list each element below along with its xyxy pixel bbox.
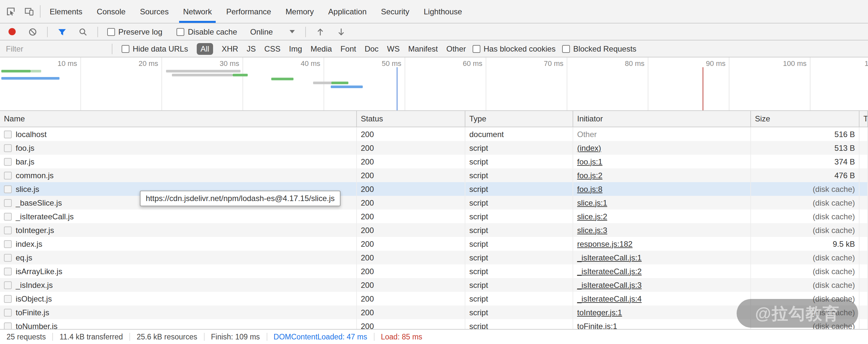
resource-type-filter[interactable]: XHR [222,43,238,55]
blocked-requests-checkbox[interactable]: Blocked Requests [562,44,636,53]
time-cell [860,306,868,319]
preserve-log-checkbox[interactable]: Preserve log [107,27,162,36]
resource-icon [4,226,12,234]
export-har-button[interactable] [332,27,351,36]
initiator-link[interactable]: foo.js:2 [577,171,602,180]
event-line [397,67,397,110]
resource-type-filter[interactable]: JS [247,43,256,55]
request-name: toFinite.js [16,308,49,317]
has-blocked-cookies-checkbox[interactable]: Has blocked cookies [472,44,556,53]
request-row[interactable]: toInteger.js 200 script slice.js:3 (disk… [0,223,868,237]
name-cell: common.js [0,168,357,182]
request-row[interactable]: slice.js 200 script foo.js:8 (disk cache… [0,182,868,196]
request-row[interactable]: eq.js 200 script _isIterateeCall.js:1 (d… [0,251,868,264]
request-size: (disk cache) [813,212,855,221]
request-row[interactable]: isObject.js 200 script _isIterateeCall.j… [0,292,868,306]
filter-input[interactable] [5,43,109,54]
column-header[interactable]: Initiator [573,111,751,127]
initiator-link[interactable]: toFinite.js:1 [577,321,617,329]
devtools-tab[interactable]: Memory [278,0,321,23]
checkbox-box [177,28,185,36]
resource-type-filter[interactable]: Font [341,43,356,55]
resource-type-filter[interactable]: Img [289,43,302,55]
resource-type-filter[interactable]: Manifest [408,43,438,55]
hide-data-urls-checkbox[interactable]: Hide data URLs [122,44,188,53]
column-header[interactable]: Size [751,111,860,127]
status-cell: 200 [357,168,465,182]
search-button[interactable] [74,27,92,36]
inspect-element-icon[interactable] [1,0,20,23]
time-cell [860,319,868,329]
clear-icon [28,27,37,36]
clear-button[interactable] [24,27,42,36]
resource-type-filter[interactable]: CSS [265,43,280,55]
resource-icon [4,308,12,316]
initiator-link[interactable]: slice.js:3 [577,226,607,235]
initiator-link[interactable]: toInteger.js:1 [577,308,622,317]
resource-type-filter[interactable]: Doc [365,43,379,55]
request-row[interactable]: isArrayLike.js 200 script _isIterateeCal… [0,264,868,278]
request-row[interactable]: _isIterateeCall.js 200 script slice.js:2… [0,210,868,223]
devtools-tab[interactable]: Console [90,0,133,23]
time-cell [860,223,868,237]
name-cell: _isIndex.js [0,278,357,292]
initiator-link[interactable]: _isIterateeCall.js:4 [577,294,642,303]
devtools-tab[interactable]: Elements [42,0,90,23]
tab-label: Sources [140,7,168,16]
initiator-link[interactable]: Other [577,130,597,139]
status-item: 11.4 kB transferred [53,333,130,341]
column-header[interactable]: Name [0,111,357,127]
initiator-link[interactable]: response.js:182 [577,239,632,248]
request-row[interactable]: foo.js 200 script (index) 513 B [0,141,868,155]
status-cell: 200 [357,155,465,168]
separator [47,27,48,37]
request-row[interactable]: common.js 200 script foo.js:2 476 B [0,168,868,182]
initiator-link[interactable]: _isIterateeCall.js:3 [577,280,642,289]
initiator-link[interactable]: _isIterateeCall.js:2 [577,267,642,276]
column-header[interactable]: Status [357,111,465,127]
request-row[interactable]: _isIndex.js 200 script _isIterateeCall.j… [0,278,868,292]
devtools-tab[interactable]: Application [321,0,374,23]
resource-icon [4,212,12,220]
record-button[interactable] [3,28,21,35]
status-cell: 200 [357,264,465,278]
request-row[interactable]: bar.js 200 script foo.js:1 374 B [0,155,868,168]
disable-cache-checkbox[interactable]: Disable cache [177,27,237,36]
resource-type-filter[interactable]: Media [310,43,332,55]
import-har-button[interactable] [311,27,330,36]
column-header[interactable]: Time [860,111,868,127]
request-row[interactable]: index.js 200 script response.js:182 9.5 … [0,237,868,251]
tab-label: Elements [50,7,82,16]
devtools-tab[interactable]: Sources [133,0,176,23]
initiator-link[interactable]: slice.js:1 [577,198,607,207]
device-toolbar-icon[interactable] [20,0,38,23]
request-row[interactable]: toNumber.js 200 script toFinite.js:1 (di… [0,319,868,329]
status-cell: 200 [357,292,465,306]
request-name: foo.js [16,143,34,152]
initiator-link[interactable]: slice.js:2 [577,212,607,221]
resource-type-filter[interactable]: All [196,43,213,55]
network-overview[interactable]: 10 ms 20 ms 30 ms 40 ms 50 ms [0,58,868,111]
initiator-link[interactable]: _isIterateeCall.js:1 [577,253,642,262]
initiator-link[interactable]: foo.js:8 [577,184,602,194]
request-row[interactable]: localhost 200 document Other 516 B [0,127,868,141]
column-header[interactable]: Type [465,111,573,127]
devtools-tab[interactable]: Security [374,0,417,23]
resource-type-filter[interactable]: Other [446,43,466,55]
name-cell: toInteger.js [0,223,357,237]
type-cell: script [465,319,573,329]
resource-icon [4,253,12,262]
devtools-tab[interactable]: Lighthouse [416,0,469,23]
request-row[interactable]: _baseSlice.js 200 script slice.js:1 (dis… [0,196,868,210]
tab-label: Security [381,7,409,16]
size-cell: 516 B [751,127,860,141]
initiator-cell: toInteger.js:1 [573,306,751,319]
size-cell: (disk cache) [751,196,860,210]
devtools-tab[interactable]: Network [176,0,219,23]
filter-toggle-button[interactable] [53,27,71,36]
resource-type-filter[interactable]: WS [387,43,400,55]
initiator-link[interactable]: (index) [577,143,601,152]
initiator-link[interactable]: foo.js:1 [577,157,602,166]
devtools-tab[interactable]: Performance [219,0,278,23]
throttling-select[interactable]: Online [245,27,300,36]
